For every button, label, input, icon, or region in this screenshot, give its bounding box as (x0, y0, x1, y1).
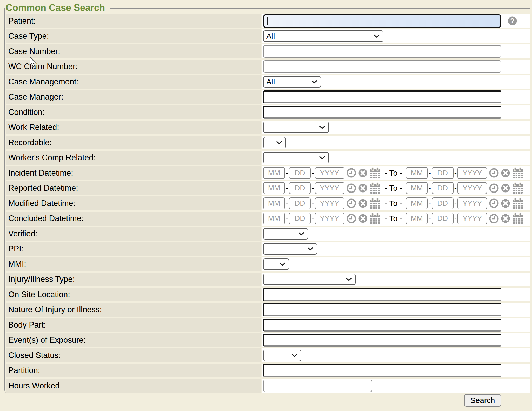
modified-datetime-to-clear-icon[interactable] (501, 199, 510, 208)
partition-input[interactable] (263, 364, 501, 377)
chevron-down-icon (311, 80, 317, 84)
concluded-datetime-to-clock-icon[interactable] (489, 214, 499, 223)
input-cell-reported-datetime: --- To --- (262, 181, 530, 195)
nature-of-injury-or-illness-input[interactable] (263, 303, 501, 316)
concluded-datetime-to-year-input[interactable] (457, 213, 487, 224)
reported-datetime-to-clear-icon[interactable] (501, 183, 510, 193)
incident-datetime-range-separator: - To - (385, 169, 402, 177)
modified-datetime-to-month-input[interactable] (406, 197, 428, 209)
concluded-datetime-from-day-input[interactable] (289, 213, 311, 224)
case-management-select[interactable]: All (263, 76, 321, 88)
incident-datetime-to-calendar-icon[interactable] (512, 167, 523, 179)
modified-datetime-from-clear-icon[interactable] (358, 199, 368, 208)
incident-datetime-to-month-input[interactable] (406, 167, 428, 179)
input-cell-injury-illness-type (262, 273, 530, 286)
input-cell-partition (262, 364, 530, 377)
injury-illness-type-select[interactable] (263, 274, 356, 285)
incident-datetime-from-clear-icon[interactable] (358, 168, 368, 178)
modified-datetime-from-calendar-icon[interactable] (370, 198, 381, 209)
reported-datetime-from-clear-icon[interactable] (358, 183, 368, 193)
modified-datetime-from-month-input[interactable] (263, 197, 285, 209)
incident-datetime-daterange: --- To --- (263, 167, 523, 179)
help-icon[interactable]: ? (508, 16, 517, 26)
concluded-datetime-to-month-input[interactable] (406, 213, 428, 224)
case-type-select[interactable]: All (263, 30, 383, 42)
label-cell-work-related: Work Related: (6, 121, 261, 134)
modified-datetime-to-calendar-icon[interactable] (512, 198, 523, 209)
label-cell-ppi: PPI: (6, 242, 261, 256)
reported-datetime-from-month-input[interactable] (263, 182, 285, 194)
modified-datetime-from-year-input[interactable] (315, 197, 344, 209)
case-number-input[interactable] (263, 45, 501, 58)
concluded-datetime-from-calendar-icon[interactable] (370, 213, 381, 224)
row-label-case-type: Case Type: (8, 31, 49, 41)
work-related-select[interactable] (263, 122, 329, 133)
reported-datetime-to-month-input[interactable] (406, 182, 428, 194)
concluded-datetime-from-clock-icon[interactable] (347, 214, 356, 223)
modified-datetime-to-clock-icon[interactable] (489, 198, 499, 208)
row-partition: Partition: (6, 364, 530, 377)
concluded-datetime-from-year-input[interactable] (315, 213, 344, 224)
panel-legend: Common Case Search (5, 2, 110, 14)
search-button[interactable]: Search (464, 394, 501, 407)
wc-claim-number-input[interactable] (263, 60, 501, 73)
row-label-reported-datetime: Reported Datetime: (8, 183, 78, 193)
closed-status-select[interactable] (263, 350, 301, 361)
incident-datetime-to-clock-icon[interactable] (489, 168, 499, 178)
modified-datetime-from-clock-icon[interactable] (347, 198, 356, 208)
incident-datetime-from-day-input[interactable] (289, 167, 311, 179)
input-cell-hours-worked (262, 379, 530, 393)
reported-datetime-from-day-input[interactable] (289, 182, 311, 194)
concluded-datetime-to-calendar-icon[interactable] (512, 213, 523, 224)
row-label-event-s-of-exposure: Event(s) of Exposure: (8, 335, 86, 345)
input-cell-condition (262, 105, 530, 119)
chevron-down-icon (279, 262, 285, 266)
dash-separator: - (428, 184, 431, 192)
patient-input[interactable] (263, 14, 501, 28)
label-cell-incident-datetime: Incident Datetime: (6, 166, 261, 180)
ppi-select[interactable] (263, 243, 317, 255)
concluded-datetime-to-clear-icon[interactable] (501, 214, 510, 223)
reported-datetime-from-calendar-icon[interactable] (370, 182, 381, 194)
label-cell-partition: Partition: (6, 364, 261, 377)
incident-datetime-from-calendar-icon[interactable] (370, 167, 381, 179)
concluded-datetime-from-clear-icon[interactable] (358, 214, 368, 223)
dash-separator: - (286, 214, 288, 223)
reported-datetime-from-year-input[interactable] (315, 182, 344, 194)
concluded-datetime-to-day-input[interactable] (432, 213, 454, 224)
on-site-location-input[interactable] (263, 288, 501, 301)
body-part-input[interactable] (263, 319, 501, 332)
input-cell-case-type: All (262, 29, 530, 43)
reported-datetime-from-clock-icon[interactable] (347, 183, 356, 193)
incident-datetime-from-clock-icon[interactable] (347, 168, 356, 178)
incident-datetime-to-clear-icon[interactable] (501, 168, 510, 178)
verified-select[interactable] (263, 228, 308, 240)
recordable-select[interactable] (263, 137, 286, 148)
chevron-down-icon (298, 232, 304, 236)
reported-datetime-to-year-input[interactable] (457, 182, 487, 194)
mmi-select[interactable] (263, 258, 289, 270)
reported-datetime-to-day-input[interactable] (432, 182, 454, 194)
reported-datetime-to-calendar-icon[interactable] (512, 182, 523, 194)
event-s-of-exposure-input[interactable] (263, 334, 501, 347)
incident-datetime-from-year-input[interactable] (315, 167, 344, 179)
row-closed-status: Closed Status: (6, 348, 530, 362)
row-worker-s-comp-related: Worker's Comp Related: (6, 151, 530, 165)
modified-datetime-to-day-input[interactable] (432, 197, 454, 209)
modified-datetime-to-year-input[interactable] (457, 197, 487, 209)
input-cell-event-s-of-exposure (262, 333, 530, 347)
modified-datetime-from-day-input[interactable] (289, 197, 311, 209)
reported-datetime-to-clock-icon[interactable] (489, 183, 499, 193)
case-management-select-value: All (266, 77, 275, 86)
row-label-on-site-location: On Site Location: (8, 290, 70, 299)
case-manager-input[interactable] (263, 90, 501, 103)
incident-datetime-to-day-input[interactable] (432, 167, 454, 179)
condition-input[interactable] (263, 106, 501, 119)
row-label-worker-s-comp-related: Worker's Comp Related: (8, 153, 96, 162)
incident-datetime-to-year-input[interactable] (457, 167, 487, 179)
incident-datetime-from-month-input[interactable] (263, 167, 285, 179)
row-concluded-datetime: Concluded Datetime:--- To --- (6, 212, 530, 226)
concluded-datetime-from-month-input[interactable] (263, 213, 285, 224)
worker-s-comp-related-select[interactable] (263, 152, 329, 163)
hours-worked-input[interactable] (263, 380, 372, 392)
